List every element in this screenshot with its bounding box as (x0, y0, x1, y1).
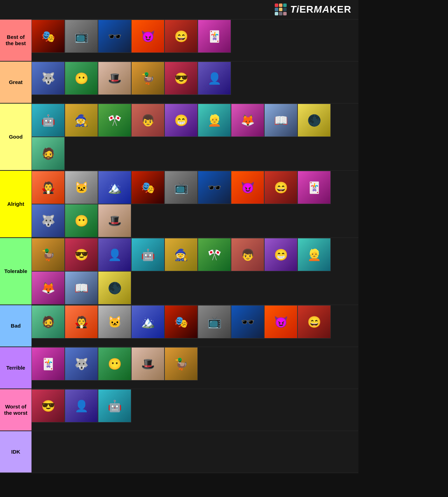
avatar-f7[interactable]: 🕶️ (231, 305, 264, 338)
avatar-a4[interactable]: 😈 (131, 20, 164, 53)
tier-content-idk (31, 431, 358, 472)
tier-label-good: Good (0, 104, 31, 170)
avatar-e2[interactable]: 😎 (65, 238, 98, 271)
avatar-d6[interactable]: 🕶️ (198, 171, 231, 204)
avatar-e7[interactable]: 👦 (231, 238, 264, 271)
avatar-g3[interactable]: 😶 (98, 347, 131, 380)
avatar-d1[interactable]: 🧛 (31, 171, 65, 204)
avatar-c10[interactable]: 🧔 (31, 137, 65, 170)
avatar-b2[interactable]: 😶 (65, 62, 98, 95)
tier-row-terrible: Terrible🃏🐺😶🎩🦆 (0, 347, 358, 389)
avatar-e8[interactable]: 😁 (264, 238, 298, 271)
tier-label-great: Great (0, 62, 31, 103)
avatar-c5[interactable]: 😁 (164, 104, 198, 137)
avatar-f8[interactable]: 😈 (264, 305, 298, 338)
avatar-e5[interactable]: 🧙 (164, 238, 198, 271)
avatar-b6[interactable]: 👤 (198, 62, 231, 95)
avatar-c2[interactable]: 🧙 (65, 104, 98, 137)
avatar-e12[interactable]: 🌑 (98, 271, 131, 304)
avatar-d5[interactable]: 📺 (164, 171, 198, 204)
avatar-d12[interactable]: 🎩 (98, 204, 131, 237)
avatar-f1[interactable]: 🧔 (31, 305, 65, 338)
tier-row-best-of-best: Best of the best🎭📺🕶️😈😄🃏 (0, 20, 358, 62)
tier-list-container: Best of the best🎭📺🕶️😈😄🃏Great🐺😶🎩🦆😎👤Good🤖🧙… (0, 20, 358, 473)
tier-row-bad: Bad🧔🧛🐱🏔️🎭📺🕶️😈😄 (0, 305, 358, 347)
tier-content-alright: 🧛🐱🏔️🎭📺🕶️😈😄🃏🐺😶🎩 (31, 171, 358, 237)
tier-content-worst: 😎👤🤖 (31, 389, 358, 430)
avatar-f2[interactable]: 🧛 (65, 305, 98, 338)
avatar-c9[interactable]: 🌑 (298, 104, 331, 137)
tier-content-good: 🤖🧙🎌👦😁👱🦊📖🌑🧔 (31, 104, 358, 170)
tier-content-terrible: 🃏🐺😶🎩🦆 (31, 347, 358, 388)
avatar-b5[interactable]: 😎 (164, 62, 198, 95)
tier-row-alright: Alright🧛🐱🏔️🎭📺🕶️😈😄🃏🐺😶🎩 (0, 171, 358, 238)
avatar-f3[interactable]: 🐱 (98, 305, 131, 338)
tier-label-terrible: Terrible (0, 347, 31, 388)
avatar-c3[interactable]: 🎌 (98, 104, 131, 137)
avatar-a6[interactable]: 🃏 (198, 20, 231, 53)
avatar-c1[interactable]: 🤖 (31, 104, 65, 137)
avatar-e4[interactable]: 🤖 (131, 238, 164, 271)
avatar-e6[interactable]: 🎌 (198, 238, 231, 271)
tier-label-tolerable: Tolerable (0, 238, 31, 304)
avatar-g4[interactable]: 🎩 (131, 347, 164, 380)
avatar-e1[interactable]: 🦆 (31, 238, 65, 271)
tier-label-best-of-best: Best of the best (0, 20, 31, 61)
tier-label-idk: IDK (0, 431, 31, 472)
logo-grid-icon (275, 4, 287, 15)
avatar-h1[interactable]: 😎 (31, 389, 65, 422)
avatar-h2[interactable]: 👤 (65, 389, 98, 422)
avatar-g1[interactable]: 🃏 (31, 347, 65, 380)
avatar-e10[interactable]: 🦊 (31, 271, 65, 304)
avatar-c4[interactable]: 👦 (131, 104, 164, 137)
tier-row-worst: Worst of the worst😎👤🤖 (0, 389, 358, 431)
avatar-e3[interactable]: 👤 (98, 238, 131, 271)
avatar-d2[interactable]: 🐱 (65, 171, 98, 204)
avatar-a3[interactable]: 🕶️ (98, 20, 131, 53)
avatar-f5[interactable]: 🎭 (164, 305, 198, 338)
avatar-c6[interactable]: 👱 (198, 104, 231, 137)
avatar-b3[interactable]: 🎩 (98, 62, 131, 95)
avatar-f9[interactable]: 😄 (298, 305, 331, 338)
avatar-f6[interactable]: 📺 (198, 305, 231, 338)
avatar-d8[interactable]: 😄 (264, 171, 298, 204)
tier-content-great: 🐺😶🎩🦆😎👤 (31, 62, 358, 103)
tier-row-great: Great🐺😶🎩🦆😎👤 (0, 62, 358, 104)
avatar-d4[interactable]: 🎭 (131, 171, 164, 204)
avatar-g2[interactable]: 🐺 (65, 347, 98, 380)
avatar-f4[interactable]: 🏔️ (131, 305, 164, 338)
avatar-c8[interactable]: 📖 (264, 104, 298, 137)
tier-row-tolerable: Tolerable🦆😎👤🤖🧙🎌👦😁👱🦊📖🌑 (0, 238, 358, 305)
tiermaker-brand-text: TiERMAKER (290, 4, 351, 15)
avatar-e11[interactable]: 📖 (65, 271, 98, 304)
tier-label-bad: Bad (0, 305, 31, 346)
avatar-d3[interactable]: 🏔️ (98, 171, 131, 204)
avatar-d10[interactable]: 🐺 (31, 204, 65, 237)
tier-row-idk: IDK (0, 431, 358, 473)
tier-content-best-of-best: 🎭📺🕶️😈😄🃏 (31, 20, 358, 61)
avatar-h3[interactable]: 🤖 (98, 389, 131, 422)
avatar-d9[interactable]: 🃏 (298, 171, 331, 204)
header: TiERMAKER (0, 0, 358, 20)
tiermaker-logo: TiERMAKER (275, 4, 351, 15)
avatar-c7[interactable]: 🦊 (231, 104, 264, 137)
avatar-a2[interactable]: 📺 (65, 20, 98, 53)
tier-content-bad: 🧔🧛🐱🏔️🎭📺🕶️😈😄 (31, 305, 358, 346)
tier-label-alright: Alright (0, 171, 31, 237)
avatar-e9[interactable]: 👱 (298, 238, 331, 271)
avatar-d11[interactable]: 😶 (65, 204, 98, 237)
avatar-g5[interactable]: 🦆 (164, 347, 198, 380)
tier-row-good: Good🤖🧙🎌👦😁👱🦊📖🌑🧔 (0, 104, 358, 171)
tier-content-tolerable: 🦆😎👤🤖🧙🎌👦😁👱🦊📖🌑 (31, 238, 358, 304)
avatar-d7[interactable]: 😈 (231, 171, 264, 204)
tier-label-worst: Worst of the worst (0, 389, 31, 430)
avatar-a5[interactable]: 😄 (164, 20, 198, 53)
avatar-a1[interactable]: 🎭 (31, 20, 65, 53)
avatar-b4[interactable]: 🦆 (131, 62, 164, 95)
avatar-b1[interactable]: 🐺 (31, 62, 65, 95)
